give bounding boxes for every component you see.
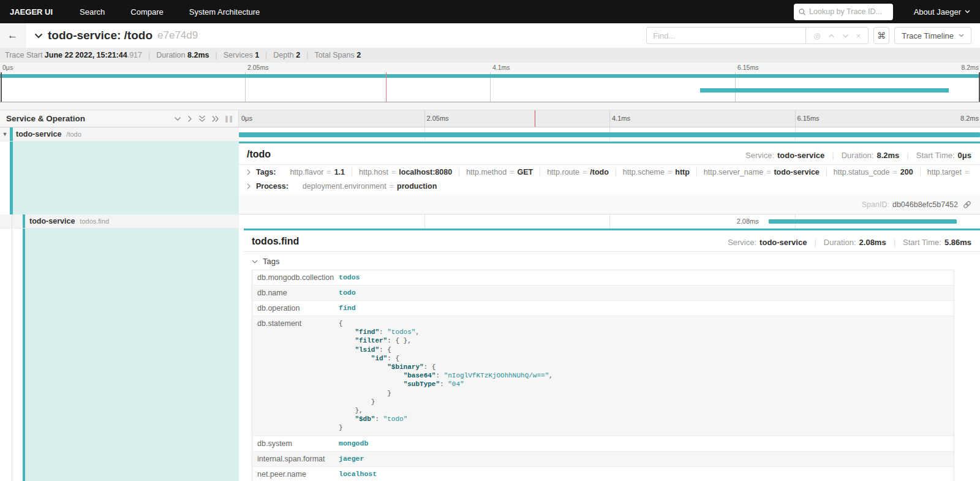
tag-table-row[interactable]: internal.span.formatjaeger	[252, 452, 954, 467]
span-name-cell[interactable]: todo-service todos.find	[0, 214, 239, 229]
tag-value: { "find": "todos", "filter": { }, "lsid"…	[334, 316, 954, 436]
span-row-todos-find[interactable]: todo-service todos.find 2.08ms	[0, 214, 980, 229]
tree-guide-line	[12, 214, 12, 228]
operation-name: todos.find	[80, 218, 109, 225]
tag-table-row[interactable]: db.nametodo	[252, 286, 954, 301]
tag-pill: http.route=/todo	[540, 168, 616, 176]
keyboard-shortcuts-button[interactable]: ⌘	[873, 27, 889, 44]
minimap-span-bar	[0, 74, 980, 78]
deep-link-icon[interactable]	[963, 200, 971, 209]
about-jaeger-menu[interactable]: About Jaeger	[914, 7, 970, 17]
tag-pill: http.flavor=1.1	[283, 168, 352, 176]
detail-left-gutter[interactable]	[0, 229, 239, 481]
process-summary-pills: deployment.environment=production	[296, 182, 443, 191]
trace-id-input[interactable]	[809, 7, 888, 16]
focus-match-icon[interactable]: ◎	[813, 32, 820, 40]
tag-key: db.statement	[252, 316, 334, 436]
tag-table-row[interactable]: db.statement{ "find": "todos", "filter":…	[252, 316, 954, 436]
minimap-canvas[interactable]	[0, 72, 980, 102]
trace-start-label: Trace Start	[5, 51, 42, 59]
collapse-one-icon[interactable]	[174, 116, 181, 121]
span-meta: Service:todo-service| Duration:2.08ms| S…	[728, 238, 971, 247]
tick-label: 2.05ms	[245, 64, 268, 71]
span-row-todo[interactable]: ▼ todo-service /todo	[0, 127, 980, 142]
tags-section-toggle[interactable]: Tags	[244, 252, 980, 270]
tag-key: db.mongodb.collection	[252, 270, 334, 285]
top-nav: JAEGER UI SearchCompareSystem Architectu…	[0, 0, 980, 23]
detail-left-gutter[interactable]	[0, 142, 239, 214]
collapse-all-icon[interactable]	[198, 115, 206, 123]
tag-key: net.peer.name	[252, 467, 334, 481]
expand-one-icon[interactable]	[187, 115, 192, 123]
span-color-indicator	[23, 214, 25, 228]
tag-table-row[interactable]: db.mongodb.collectiontodos	[252, 270, 954, 286]
tag-key: db.operation	[252, 301, 334, 316]
viewport-left-handle[interactable]	[1, 72, 2, 102]
span-title: todos.find	[252, 236, 299, 247]
tag-value: mongodb	[334, 436, 954, 451]
detail-card-footer: SpanID: db046b8efc5b7452	[239, 195, 980, 214]
span-detail-card-todos-find: todos.find Service:todo-service| Duratio…	[244, 229, 980, 481]
tags-accordion[interactable]: Tags: http.flavor=1.1http.host=localhost…	[239, 165, 980, 179]
span-timeline-cell[interactable]: 2.08ms	[239, 214, 980, 229]
expand-all-icon[interactable]	[212, 115, 219, 123]
tick-label: 2.05ms	[424, 115, 449, 122]
trace-summary-bar: Trace Start June 22 2022, 15:21:44.917 |…	[0, 48, 980, 62]
tag-key: db.name	[252, 286, 334, 300]
tag-pill: deployment.environment=production	[296, 182, 443, 191]
chevron-down-icon	[965, 10, 970, 13]
span-detail-card-todo: /todo Service:todo-service| Duration:8.2…	[239, 142, 980, 214]
process-accordion[interactable]: Process: deployment.environment=producti…	[239, 179, 980, 193]
tag-value: todos	[334, 270, 954, 285]
tag-key: db.system	[252, 436, 334, 451]
tag-value: find	[334, 301, 954, 316]
tag-value: jaeger	[334, 452, 954, 466]
tags-key-value-table: db.mongodb.collectiontodosdb.nametododb.…	[252, 270, 954, 481]
column-resizer[interactable]: ▌▌	[225, 116, 235, 122]
jaeger-trace-page: JAEGER UI SearchCompareSystem Architectu…	[0, 0, 980, 481]
span-color-indicator	[10, 127, 13, 141]
span-duration-label: 2.08ms	[737, 218, 759, 225]
span-name-cell[interactable]: ▼ todo-service /todo	[0, 127, 239, 142]
search-icon	[799, 8, 805, 16]
collapse-trace-button[interactable]	[34, 33, 43, 39]
tag-summary-pills: http.flavor=1.1http.host=localhost:8080h…	[283, 168, 971, 176]
tag-table-row[interactable]: net.peer.namelocalhost	[252, 467, 954, 481]
brand-logo[interactable]: JAEGER UI	[10, 7, 53, 17]
span-duration-bar[interactable]	[239, 132, 980, 137]
trace-view-selector[interactable]: Trace Timeline	[894, 27, 971, 44]
span-id-value: db046b8efc5b7452	[892, 200, 958, 209]
service-operation-title: Service & Operation	[6, 114, 174, 123]
service-name: todo-service	[29, 217, 75, 225]
back-button[interactable]: ←	[0, 23, 26, 48]
nav-item-compare[interactable]: Compare	[130, 7, 163, 17]
tag-value: todo	[334, 286, 954, 300]
nav-item-search[interactable]: Search	[80, 7, 105, 17]
tag-pill: http.scheme=http	[616, 168, 697, 176]
collapse-children-icon[interactable]: ▼	[0, 131, 10, 137]
find-input[interactable]	[646, 27, 805, 44]
clear-find-icon[interactable]: ×	[856, 32, 861, 40]
span-detail-row-todos-find: todos.find Service:todo-service| Duratio…	[0, 229, 980, 481]
tag-table-row[interactable]: db.systemmongodb	[252, 436, 954, 452]
trace-header: ← todo-service: /todo e7e74d9 ◎ × ⌘ Trac…	[0, 23, 980, 48]
next-match-icon[interactable]	[842, 34, 849, 38]
nav-item-system-architecture[interactable]: System Architecture	[189, 7, 260, 17]
minimap-tick-labels: 0μs 2.05ms 4.1ms 6.15ms 8.2ms	[0, 64, 980, 72]
summary-item-value: 2	[296, 51, 300, 59]
span-timeline-cell[interactable]	[239, 127, 980, 142]
trace-id-lookup[interactable]	[794, 4, 893, 20]
ruler-cursor-line	[535, 110, 535, 127]
prev-match-icon[interactable]	[828, 34, 835, 38]
tick-label: 8.2ms	[960, 115, 979, 122]
tick-label: 6.15ms	[795, 115, 820, 122]
tag-pill: http.server_name=todo-service	[697, 168, 827, 176]
trace-start-value: June 22 2022, 15:21:44	[45, 51, 127, 59]
chevron-down-icon	[252, 260, 258, 263]
timeline-grid: Service & Operation ▌▌ 0μs 2.05ms 4.1ms …	[0, 110, 980, 481]
collapse-controls	[174, 115, 219, 123]
tag-table-row[interactable]: db.operationfind	[252, 301, 954, 316]
nav-items: SearchCompareSystem Architecture	[80, 7, 260, 17]
tick-label: 0μs	[0, 64, 13, 71]
span-duration-bar[interactable]	[769, 219, 957, 224]
